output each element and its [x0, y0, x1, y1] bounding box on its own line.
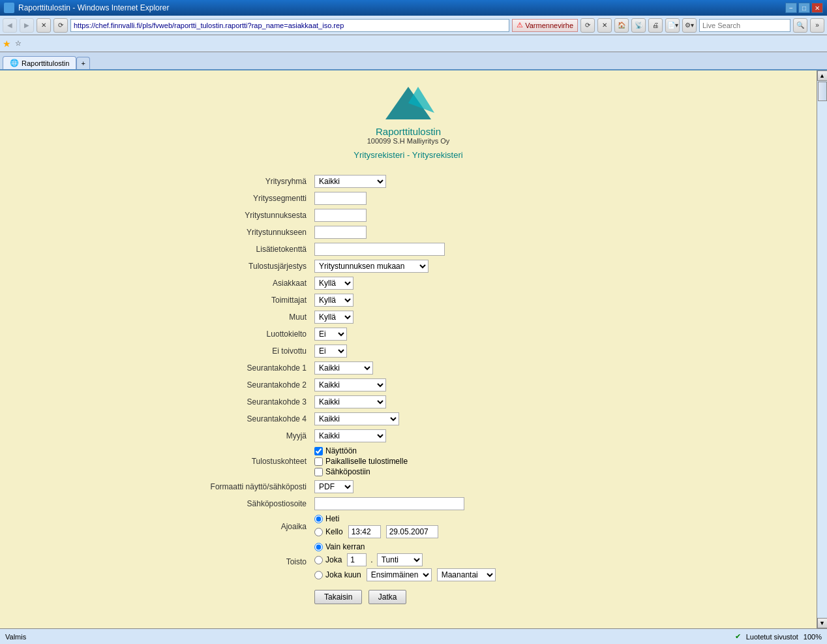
radio-vainkerran[interactable]: [314, 543, 323, 551]
checkbox-nayttoon-label[interactable]: Näyttöön: [314, 446, 633, 455]
label-myyja: Myyjä: [180, 427, 310, 444]
varmennevirhe-button[interactable]: ⚠ Varmennevirhe: [512, 19, 578, 32]
input-lisatietokentta[interactable]: [314, 243, 445, 256]
input-yrityssegmentti[interactable]: [314, 192, 367, 205]
select-myyja[interactable]: Kaikki: [314, 429, 386, 442]
nav-extra2[interactable]: »: [810, 18, 824, 33]
app-title: Raporttitulostin: [376, 126, 441, 137]
row-toisto: Toisto Vain kerran Joka .: [180, 540, 637, 583]
input-kello-date[interactable]: [386, 525, 438, 538]
radio-heti[interactable]: [314, 515, 323, 523]
radio-joka[interactable]: [314, 556, 323, 564]
search-go-button[interactable]: 🔍: [793, 18, 807, 33]
feeds-button[interactable]: 📡: [631, 18, 646, 33]
select-luottokielto[interactable]: Ei Kyllä: [314, 328, 347, 341]
window-title: Raporttitulostin - Windows Internet Expl…: [18, 3, 169, 12]
row-sahkopostiosoite: Sähköpostiosoite: [180, 495, 637, 512]
back-button[interactable]: ◀: [3, 18, 17, 33]
checkbox-sahkopostiin-label[interactable]: Sähköpostiin: [314, 467, 633, 476]
radio-vainkerran-label[interactable]: Vain kerran: [314, 542, 633, 551]
select-muut[interactable]: Kyllä Ei: [314, 311, 353, 324]
tab-raporttitulostin[interactable]: 🌐 Raporttitulostin: [3, 56, 76, 69]
vertical-scrollbar[interactable]: ▲ ▼: [817, 70, 827, 628]
heti-text: Heti: [325, 514, 339, 523]
select-ei-toivottu[interactable]: Ei Kyllä: [314, 345, 347, 358]
status-bar: Valmis ✔ Luotetut sivustot 100%: [0, 628, 827, 644]
select-seurantakohde3[interactable]: Kaikki: [314, 395, 386, 408]
scroll-track: [817, 81, 828, 618]
select-formaatti[interactable]: PDF Excel HTML: [314, 480, 353, 493]
takaisin-button[interactable]: Takaisin: [314, 590, 362, 604]
joka-separator: .: [370, 555, 372, 564]
select-yritysryhma[interactable]: Kaikki Ryhmä 1 Ryhmä 2: [314, 175, 386, 188]
select-ensimmainen[interactable]: Ensimmäinen Toinen Kolmas: [367, 568, 432, 581]
jatka-button[interactable]: Jatka: [368, 590, 407, 604]
checkbox-paikalliselle-label[interactable]: Paikalliselle tulostimelle: [314, 457, 633, 466]
row-formaatti: Formaatti näyttö/sähköposti PDF Excel HT…: [180, 478, 637, 495]
nav-stop2-button[interactable]: ✕: [597, 18, 612, 33]
radio-joka-label[interactable]: Joka . Tunti Minuutti Päivä: [314, 553, 633, 566]
row-seurantakohde4: Seurantakohde 4 Kaikki: [180, 410, 637, 427]
label-seurantakohde3: Seurantakohde 3: [180, 393, 310, 410]
radio-kello-label[interactable]: Kello: [314, 525, 633, 538]
row-myyja: Myyjä Kaikki: [180, 427, 637, 444]
checkbox-sahkopostiin[interactable]: [314, 468, 323, 476]
nayttoon-text: Näyttöön: [325, 446, 357, 455]
tools-menu-button[interactable]: ⚙▾: [682, 18, 697, 33]
input-kello-time[interactable]: [348, 525, 381, 538]
close-button[interactable]: ✕: [811, 3, 823, 13]
checkbox-paikalliselle[interactable]: [314, 457, 323, 466]
status-text: Valmis: [5, 633, 26, 641]
stop-button[interactable]: ✕: [37, 18, 51, 33]
input-joka-value[interactable]: [347, 553, 367, 566]
vainkerran-text: Vain kerran: [325, 542, 365, 551]
checkbox-nayttoon[interactable]: [314, 447, 323, 455]
page-menu-button[interactable]: 📄▾: [665, 18, 680, 33]
input-yritystunnuksesta[interactable]: [314, 209, 367, 222]
maximize-button[interactable]: □: [798, 3, 810, 13]
label-yritystunnukseen: Yritystunnukseen: [180, 224, 310, 241]
row-muut: Muut Kyllä Ei: [180, 309, 637, 326]
refresh-button[interactable]: ⟳: [53, 18, 68, 33]
sahkopostiin-text: Sähköpostiin: [325, 467, 370, 476]
row-buttons: Takaisin Jatka: [180, 583, 637, 606]
favorites-bar: ★ ☆: [0, 35, 827, 52]
scroll-up-button[interactable]: ▲: [817, 70, 828, 81]
select-seurantakohde4[interactable]: Kaikki: [314, 412, 399, 425]
label-formaatti: Formaatti näyttö/sähköposti: [180, 478, 310, 495]
radio-kello[interactable]: [314, 528, 323, 536]
minimize-button[interactable]: −: [785, 3, 797, 13]
label-tulostuskohteet: Tulostuskohteet: [180, 444, 310, 478]
row-seurantakohde3: Seurantakohde 3 Kaikki: [180, 393, 637, 410]
select-tulostusjärjestys[interactable]: Yritystunnuksen mukaan Nimen mukaan: [314, 260, 429, 273]
row-yritysryhma: Yritysryhmä Kaikki Ryhmä 1 Ryhmä 2: [180, 173, 637, 190]
window-controls[interactable]: − □ ✕: [785, 3, 823, 13]
radio-jokakuun[interactable]: [314, 571, 323, 579]
scroll-down-button[interactable]: ▼: [817, 618, 828, 628]
row-asiakkaat: Asiakkaat Kyllä Ei: [180, 275, 637, 292]
select-maanantai[interactable]: Maanantai Tiistai Keskiviikko: [437, 568, 496, 581]
nav-right: 🏠 📡 🖨 📄▾ ⚙▾ 🔍 »: [614, 18, 824, 33]
row-tulostusjärjestys: Tulostusjärjestys Yritystunnuksen mukaan…: [180, 258, 637, 275]
label-yritystunnuksesta: Yritystunnuksesta: [180, 207, 310, 224]
select-seurantakohde2[interactable]: Kaikki: [314, 378, 386, 391]
address-input[interactable]: [70, 19, 509, 32]
input-sahkopostiosoite[interactable]: [314, 497, 464, 510]
input-yritystunnukseen[interactable]: [314, 226, 367, 239]
print-button[interactable]: 🖨: [648, 18, 663, 33]
forward-button[interactable]: ▶: [20, 18, 34, 33]
form-table: Yritysryhmä Kaikki Ryhmä 1 Ryhmä 2 Yrity…: [180, 173, 637, 606]
radio-jokakuun-label[interactable]: Joka kuun Ensimmäinen Toinen Kolmas Maan…: [314, 568, 633, 581]
home-button[interactable]: 🏠: [614, 18, 629, 33]
row-ei-toivottu: Ei toivottu Ei Kyllä: [180, 343, 637, 360]
select-seurantakohde1[interactable]: Kaikki: [314, 361, 373, 375]
search-input[interactable]: [699, 19, 790, 32]
select-asiakkaat[interactable]: Kyllä Ei: [314, 277, 353, 290]
nav-extra-button[interactable]: ⟳: [580, 18, 595, 33]
select-tunti[interactable]: Tunti Minuutti Päivä: [377, 553, 423, 566]
radio-heti-label[interactable]: Heti: [314, 514, 633, 523]
select-toimittajat[interactable]: Kyllä Ei: [314, 294, 353, 307]
new-tab-button[interactable]: +: [76, 57, 89, 69]
scroll-thumb[interactable]: [818, 82, 827, 101]
label-lisatietokentta: Lisätietokenttä: [180, 241, 310, 258]
